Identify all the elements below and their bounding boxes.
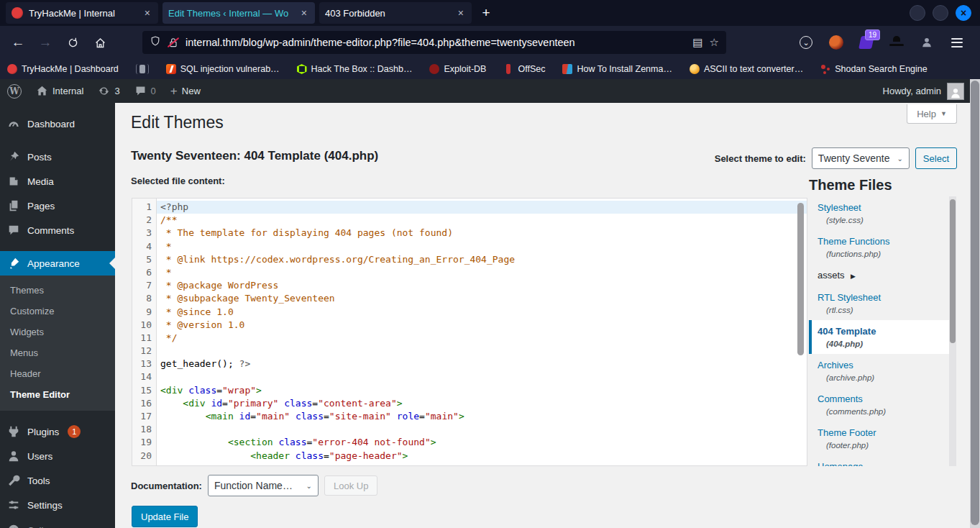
code-line[interactable]: * The template for displaying 404 pages …	[157, 227, 807, 240]
submenu-item-customize[interactable]: Customize	[0, 301, 115, 322]
code-line[interactable]	[157, 423, 807, 436]
sidebar-item-users[interactable]: Users	[0, 444, 115, 468]
code-line[interactable]: <main id="main" class="site-main" role="…	[157, 410, 807, 423]
sidebar-item-plugins[interactable]: Plugins1	[0, 419, 115, 444]
browser-scrollbar[interactable]	[970, 79, 980, 528]
close-window-button[interactable]: ×	[956, 5, 971, 21]
code-line[interactable]: */	[157, 332, 807, 345]
submenu-item-widgets[interactable]: Widgets	[0, 322, 115, 342]
minimize-button[interactable]	[910, 5, 925, 21]
forward-button[interactable]: →	[35, 32, 56, 53]
sidebar-item-dashboard[interactable]: Dashboard	[0, 111, 115, 136]
code-line[interactable]: <header class="page-header">	[157, 450, 807, 463]
code-line[interactable]: /**	[157, 214, 807, 227]
tab-close-button[interactable]: ×	[456, 7, 466, 19]
sidebar-item-comments[interactable]: Comments	[0, 218, 115, 242]
bookmark-item[interactable]: ASCII to text converter…	[690, 64, 803, 74]
submenu-item-header[interactable]: Header	[0, 363, 115, 384]
code-line[interactable]: <section class="error-404 not-found">	[157, 436, 807, 449]
bookmark-item[interactable]: Hack The Box :: Dashb…	[297, 64, 413, 74]
theme-file-stylesheet[interactable]: Stylesheet(style.css)	[809, 196, 956, 230]
help-button[interactable]: Help ▼	[907, 104, 957, 124]
bookmark-item[interactable]: Exploit-DB	[429, 64, 486, 74]
code-line[interactable]: * @package WordPress	[157, 279, 807, 292]
code-line[interactable]: * @subpackage Twenty_Seventeen	[157, 292, 807, 305]
pocket-icon[interactable]: ⌄	[798, 35, 814, 50]
account-icon[interactable]	[919, 35, 935, 50]
comments-menu[interactable]: 0	[134, 85, 156, 97]
sidebar-item-appearance[interactable]: Appearance	[0, 251, 115, 276]
code-line[interactable]: *	[157, 240, 807, 253]
insecure-lock-icon[interactable]	[168, 37, 179, 48]
wappalyzer-icon[interactable]: 19	[858, 35, 874, 50]
theme-file-comments[interactable]: Comments(comments.php)	[809, 388, 956, 422]
home-button[interactable]	[89, 32, 111, 53]
maximize-button[interactable]	[933, 5, 948, 21]
bookmark-item[interactable]: Shodan Search Engine	[820, 64, 928, 74]
bookmark-item[interactable]: OffSec	[503, 64, 545, 74]
theme-file-filename: (comments.php)	[818, 407, 940, 416]
hacktools-hat-icon[interactable]	[889, 35, 905, 50]
bookmark-item[interactable]: TryHackMe | Dashboard	[7, 64, 119, 74]
menu-icon[interactable]	[949, 35, 965, 50]
submenu-item-theme-editor[interactable]: Theme Editor	[0, 384, 115, 405]
code-line[interactable]: * @version 1.0	[157, 319, 807, 332]
documentation-select[interactable]: Function Name… ⌄	[208, 475, 319, 496]
code-line[interactable]: <div id="primary" class="content-area">	[157, 397, 807, 410]
updates-menu[interactable]: 3	[98, 85, 119, 97]
theme-files-scrollbar[interactable]	[950, 199, 956, 343]
code-line[interactable]: <div class="wrap">	[157, 384, 807, 397]
theme-file-theme-footer[interactable]: Theme Footer(footer.php)	[809, 422, 956, 455]
foxyproxy-icon[interactable]	[828, 35, 844, 50]
back-button[interactable]: ←	[7, 32, 29, 53]
wp-logo-menu[interactable]: W	[7, 84, 22, 99]
code-content[interactable]: <?php/** * The template for displaying 4…	[157, 199, 807, 465]
shield-icon[interactable]	[150, 35, 161, 50]
code-line[interactable]: get_header(); ?>	[157, 358, 807, 370]
sidebar-item-pages[interactable]: Pages	[0, 194, 115, 218]
theme-file-archives[interactable]: Archives(archive.php)	[809, 354, 956, 388]
code-line[interactable]: *	[157, 266, 807, 279]
theme-select[interactable]: Twenty Sevente ⌄	[812, 147, 910, 169]
theme-file-assets[interactable]: assets ▶	[809, 264, 956, 286]
reload-button[interactable]	[62, 32, 83, 53]
line-number: 19	[132, 436, 156, 449]
tab-close-button[interactable]: ×	[299, 7, 309, 19]
sidebar-item-media[interactable]: Media	[0, 169, 115, 194]
code-line[interactable]	[157, 345, 807, 358]
new-tab-button[interactable]: +	[476, 3, 496, 23]
browser-tab[interactable]: 403 Forbidden×	[319, 2, 472, 24]
bookmark-item[interactable]	[136, 64, 149, 74]
code-editor[interactable]: 1234567891011121314151617181920 <?php/**…	[132, 198, 807, 466]
tab-close-button[interactable]: ×	[142, 7, 152, 19]
reader-mode-icon[interactable]: ▤	[692, 36, 702, 49]
theme-file-rtl-stylesheet[interactable]: RTL Stylesheet(rtl.css)	[809, 286, 956, 320]
lookup-button[interactable]: Look Up	[324, 475, 377, 496]
theme-file-theme-functions[interactable]: Theme Functions(functions.php)	[809, 230, 956, 264]
sidebar-item-tools[interactable]: Tools	[0, 468, 115, 493]
code-line[interactable]: <?php	[157, 201, 807, 214]
select-theme-button[interactable]: Select	[915, 147, 957, 169]
theme-file-404-template[interactable]: 404 Template(404.php)	[809, 320, 956, 354]
my-account-menu[interactable]: Howdy, admin	[883, 83, 964, 100]
submenu-item-themes[interactable]: Themes	[0, 280, 115, 301]
update-file-button[interactable]: Update File	[132, 506, 198, 527]
code-line[interactable]: * @since 1.0	[157, 306, 807, 319]
url-bar[interactable]: internal.thm/blog/wp-admin/theme-editor.…	[142, 31, 726, 54]
site-name-menu[interactable]: Internal	[36, 85, 83, 97]
code-line[interactable]: * @link https://codex.wordpress.org/Crea…	[157, 253, 807, 266]
url-text[interactable]: internal.thm/blog/wp-admin/theme-editor.…	[186, 37, 686, 48]
theme-file-homepage[interactable]: Homepage	[809, 455, 956, 466]
new-content-menu[interactable]: + New	[170, 84, 201, 99]
submenu-item-menus[interactable]: Menus	[0, 342, 115, 363]
bookmark-item[interactable]: How To Install Zenma…	[562, 64, 672, 74]
sidebar-item-posts[interactable]: Posts	[0, 145, 115, 169]
editor-scrollbar[interactable]	[797, 203, 804, 355]
bookmark-item[interactable]: SQL injection vulnerab…	[166, 64, 280, 74]
sidebar-item-settings[interactable]: Settings	[0, 493, 115, 517]
code-line[interactable]	[157, 370, 807, 383]
browser-tab[interactable]: TryHackMe | Internal×	[6, 2, 158, 24]
bookmark-star-icon[interactable]: ☆	[710, 36, 719, 49]
browser-tab[interactable]: Edit Themes ‹ Internal — Wo×	[162, 2, 315, 24]
collapse-menu-button[interactable]: Collapse menu	[0, 517, 115, 528]
